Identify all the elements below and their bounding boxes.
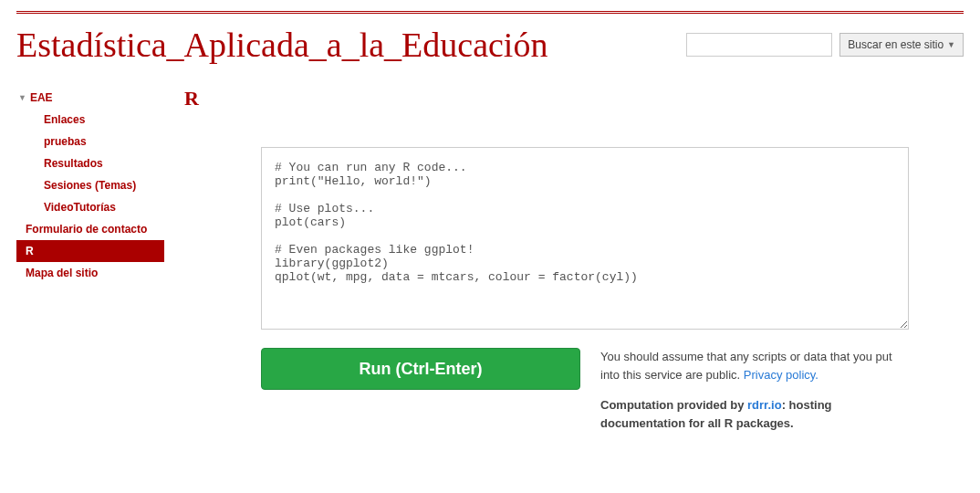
sidebar-item-videotutorias[interactable]: VideoTutorías — [16, 196, 164, 218]
search-button-label: Buscar en este sitio — [848, 38, 944, 51]
run-button[interactable]: Run (Ctrl-Enter) — [261, 348, 580, 390]
rdrr-link[interactable]: rdrr.io — [747, 398, 782, 412]
sidebar-item-formulario[interactable]: Formulario de contacto — [16, 218, 164, 240]
code-editor[interactable]: # You can run any R code... print("Hello… — [261, 147, 909, 330]
collapse-icon: ▼ — [18, 93, 26, 102]
sidebar-item-sesiones[interactable]: Sesiones (Temas) — [16, 174, 164, 196]
sidebar-item-resultados[interactable]: Resultados — [16, 152, 164, 174]
sidebar-root-eae[interactable]: ▼ EAE — [16, 87, 164, 109]
search-area: Buscar en este sitio ▼ — [686, 33, 964, 57]
provided-pre: Computation provided by — [600, 398, 747, 412]
chevron-down-icon: ▼ — [947, 40, 955, 49]
sidebar-root-label: EAE — [30, 91, 53, 104]
search-button[interactable]: Buscar en este sitio ▼ — [839, 33, 964, 57]
search-input[interactable] — [686, 33, 832, 57]
site-title[interactable]: Estadística_Aplicada_a_la_Educación — [16, 25, 547, 65]
sidebar-item-pruebas[interactable]: pruebas — [16, 131, 164, 152]
main-content: R # You can run any R code... print("Hel… — [164, 87, 964, 432]
sidebar-item-r[interactable]: R — [16, 240, 164, 262]
site-header: Estadística_Aplicada_a_la_Educación Busc… — [0, 14, 980, 87]
privacy-link[interactable]: Privacy policy. — [744, 368, 818, 382]
sidebar-item-mapa[interactable]: Mapa del sitio — [16, 262, 164, 284]
page-title: R — [184, 87, 964, 110]
sidebar-nav: ▼ EAE Enlaces pruebas Resultados Sesione… — [16, 87, 164, 432]
info-text: You should assume that any scripts or da… — [600, 348, 909, 432]
sidebar-item-enlaces[interactable]: Enlaces — [16, 109, 164, 131]
